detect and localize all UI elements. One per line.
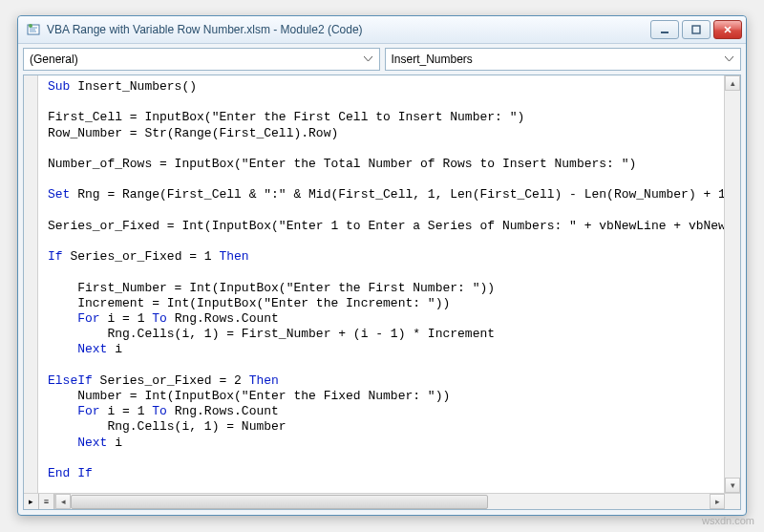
scroll-right-button[interactable]: ▸	[710, 494, 725, 509]
maximize-button[interactable]	[682, 20, 711, 39]
scrollbar-corner	[725, 494, 740, 509]
hscroll-thumb[interactable]	[71, 495, 488, 509]
window-controls	[650, 20, 742, 39]
vscroll-track[interactable]	[725, 91, 740, 478]
svg-rect-3	[692, 26, 700, 33]
dropdown-row: (General) Insert_Numbers	[18, 44, 746, 74]
view-toggles: ▸ ≡	[24, 494, 55, 509]
chevron-down-icon	[722, 53, 736, 67]
scroll-down-button[interactable]: ▾	[725, 478, 740, 493]
minimize-button[interactable]	[650, 20, 679, 39]
code-frame: Sub Insert_Numbers() First_Cell = InputB…	[23, 74, 741, 510]
titlebar[interactable]: VBA Range with Variable Row Number.xlsm …	[18, 16, 746, 44]
code-body: Sub Insert_Numbers() First_Cell = InputB…	[24, 75, 740, 493]
procedure-dropdown[interactable]: Insert_Numbers	[385, 48, 742, 71]
hscroll-track[interactable]	[71, 494, 710, 509]
procedure-dropdown-value: Insert_Numbers	[392, 53, 473, 66]
vertical-scrollbar[interactable]: ▴ ▾	[724, 75, 740, 493]
object-dropdown[interactable]: (General)	[23, 48, 380, 71]
window-title: VBA Range with Variable Row Number.xlsm …	[47, 23, 650, 36]
svg-point-1	[29, 24, 32, 28]
margin-gutter[interactable]	[24, 75, 38, 493]
object-dropdown-value: (General)	[30, 53, 78, 66]
watermark: wsxdn.com	[702, 515, 754, 526]
vba-module-icon	[26, 22, 41, 37]
procedure-view-toggle[interactable]: ▸	[24, 494, 39, 509]
scroll-left-button[interactable]: ◂	[55, 494, 71, 509]
close-button[interactable]	[713, 20, 742, 39]
code-window: VBA Range with Variable Row Number.xlsm …	[17, 15, 747, 516]
horizontal-scrollbar-row: ▸ ≡ ◂ ▸	[24, 493, 740, 509]
chevron-down-icon	[361, 53, 375, 67]
svg-rect-2	[661, 32, 668, 33]
full-module-view-toggle[interactable]: ≡	[39, 494, 54, 509]
scroll-up-button[interactable]: ▴	[725, 75, 740, 91]
code-editor[interactable]: Sub Insert_Numbers() First_Cell = InputB…	[38, 75, 724, 493]
